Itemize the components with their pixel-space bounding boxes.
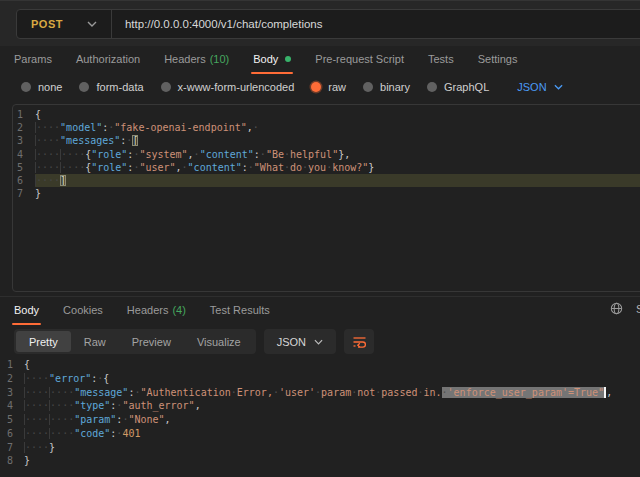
tab-tests[interactable]: Tests [416, 46, 466, 72]
code-line-content: { [35, 108, 640, 121]
code-token: 401 [122, 428, 140, 439]
code-line[interactable]: 6····] [13, 174, 640, 187]
code-line-content: ········"type":·"auth_error", [24, 399, 640, 413]
code-token: "error" [49, 373, 91, 384]
line-number: 6 [0, 427, 24, 441]
response-tab-test-results[interactable]: Test Results [198, 297, 282, 323]
indent-guide: ···· [60, 162, 85, 173]
response-tab-cookies[interactable]: Cookies [51, 297, 115, 323]
tab-authorization[interactable]: Authorization [64, 46, 152, 72]
indent-guide: ···· [35, 162, 60, 173]
indent-guide: ···· [24, 414, 49, 425]
code-line[interactable]: 8} [0, 454, 640, 468]
code-token: "None" [128, 414, 164, 425]
code-line[interactable]: 1{ [0, 358, 640, 372]
chevron-down-icon [554, 84, 563, 90]
tab-settings[interactable]: Settings [466, 46, 530, 72]
wrap-lines-icon [352, 335, 367, 349]
code-token: { [24, 359, 30, 370]
indent-guide: ···· [35, 149, 60, 160]
code-line[interactable]: 6········"code":·401 [0, 427, 640, 441]
radio-icon [79, 82, 89, 92]
line-number: 3 [13, 134, 35, 147]
radio-icon [21, 82, 31, 92]
code-token: [ [132, 135, 138, 146]
code-token: "Be [266, 149, 284, 160]
code-token: "param" [74, 414, 116, 425]
code-token: "What [254, 162, 284, 173]
body-mode-form-data[interactable]: form-data [79, 81, 143, 93]
view-visualize[interactable]: Visualize [184, 331, 254, 352]
response-tab-headers[interactable]: Headers(4) [115, 297, 198, 323]
line-number: 5 [0, 413, 24, 427]
code-line[interactable]: 2····"model":·"fake-openai-endpoint",· [13, 121, 640, 134]
response-body-viewer[interactable]: 1{2····"error":·{3········"message":·"Au… [0, 358, 640, 468]
code-token: · [442, 387, 448, 398]
code-token: , [195, 400, 201, 411]
request-body-editor[interactable]: 1{2····"model":·"fake-openai-endpoint",·… [12, 104, 640, 292]
code-line[interactable]: 7} [13, 187, 640, 200]
tab-params[interactable]: Params [14, 46, 64, 72]
status-text-fragment: S [636, 303, 640, 315]
code-token: "content" [188, 162, 242, 173]
code-line-content: } [24, 454, 640, 468]
code-token: not [357, 387, 375, 398]
code-line-content: ····] [35, 174, 640, 187]
body-mode-none[interactable]: none [21, 81, 62, 93]
code-line[interactable]: 2····"error":·{ [0, 372, 640, 386]
code-token: Error, [237, 387, 273, 398]
code-line[interactable]: 3····"messages":·[ [13, 134, 640, 147]
code-line[interactable]: 1{ [13, 108, 640, 121]
indent-guide: ···· [49, 387, 74, 398]
wrap-lines-button[interactable] [344, 329, 374, 354]
body-mode-binary[interactable]: binary [363, 81, 410, 93]
code-token: "message" [74, 387, 128, 398]
code-line[interactable]: 5········"param":·"None", [0, 413, 640, 427]
code-token: "model" [60, 122, 102, 133]
code-line[interactable]: 7····} [0, 441, 640, 455]
raw-language-selector[interactable]: JSON [517, 81, 562, 93]
view-pretty[interactable]: Pretty [16, 331, 71, 352]
code-token: "system" [139, 149, 187, 160]
code-line[interactable]: 4········{"role":·"system",·"content":·"… [13, 148, 640, 161]
indent-guide: ···· [24, 428, 49, 439]
view-preview[interactable]: Preview [119, 331, 184, 352]
indent-guide: ···· [60, 149, 85, 160]
method-chevron-icon[interactable] [87, 21, 97, 27]
method-selector[interactable]: POST [17, 18, 63, 30]
response-tab-body[interactable]: Body [14, 297, 51, 323]
code-line-content: ····"messages":·[ [35, 134, 640, 147]
network-globe-icon[interactable] [610, 302, 623, 315]
code-token: } [24, 455, 30, 466]
code-line[interactable]: 3········"message":·"Authentication·Erro… [0, 386, 640, 400]
code-line[interactable]: 5········{"role":·"user",·"content":·"Wh… [13, 161, 640, 174]
code-token: } [35, 188, 41, 199]
tab-headers[interactable]: Headers(10) [152, 46, 241, 72]
code-line[interactable]: 4········"type":·"auth_error", [0, 399, 640, 413]
body-mode-graphql[interactable]: GraphQL [427, 81, 489, 93]
tab-pre-request-script[interactable]: Pre-request Script [303, 46, 416, 72]
active-tab-underline [12, 323, 41, 325]
code-line-content: } [35, 187, 640, 200]
indent-guide: ···· [49, 400, 74, 411]
body-mode-raw[interactable]: raw [311, 81, 346, 93]
url-input[interactable]: http://0.0.0.0:4000/v1/chat/completions [112, 18, 323, 30]
view-raw[interactable]: Raw [71, 331, 119, 352]
indent-guide: ···· [35, 175, 60, 186]
code-token: 'user' [279, 387, 315, 398]
tab-body[interactable]: Body [241, 46, 303, 72]
indent-guide: ···· [49, 428, 74, 439]
code-token: in. [423, 387, 441, 398]
body-mode-x-www-form-urlencoded[interactable]: x-www-form-urlencoded [161, 81, 295, 93]
line-number: 6 [13, 174, 35, 187]
line-number: 4 [0, 399, 24, 413]
code-line-content: ········"code":·401 [24, 427, 640, 441]
code-token: know?" [332, 162, 368, 173]
code-line-content: ····"error":·{ [24, 372, 640, 386]
request-url-bar: POST http://0.0.0.0:4000/v1/chat/complet… [0, 0, 640, 46]
response-language-selector[interactable]: JSON [264, 329, 336, 354]
line-number: 5 [13, 161, 35, 174]
response-headers-count-badge: (4) [172, 304, 185, 316]
body-mode-selector: none form-data x-www-form-urlencoded raw… [0, 76, 640, 98]
indent-guide: ···· [24, 442, 49, 453]
